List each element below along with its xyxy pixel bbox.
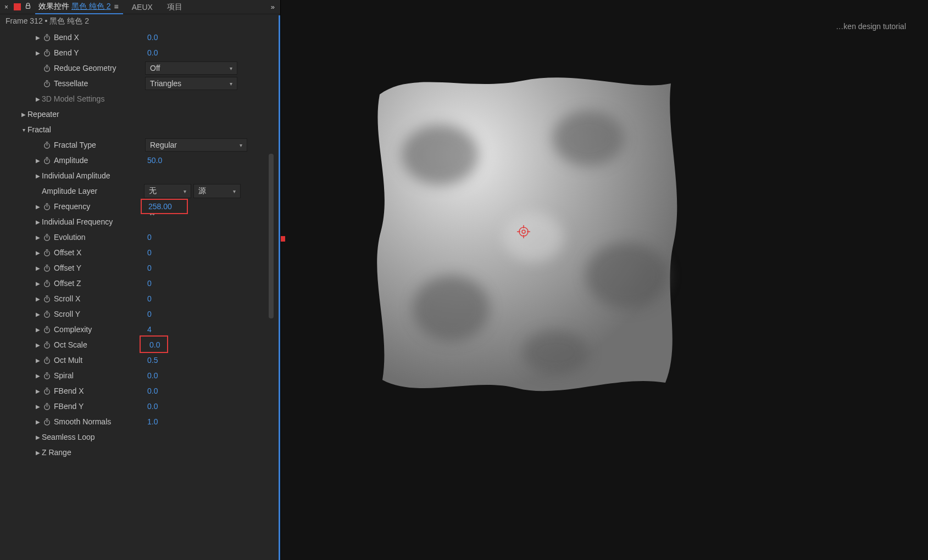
stopwatch-icon[interactable] xyxy=(42,371,52,380)
prop-label: Spiral xyxy=(54,371,145,380)
prop-value[interactable]: 0.5 xyxy=(145,356,158,365)
group-individual-amplitude[interactable]: ▶ Individual Amplitude xyxy=(3,168,280,183)
prop-value[interactable]: 0 xyxy=(145,279,152,288)
expand-caret[interactable]: ▶ xyxy=(34,49,42,57)
expand-caret[interactable]: ▶ xyxy=(34,402,42,410)
amplitude-layer-dropdown-2[interactable]: 源 ▾ xyxy=(193,184,241,198)
tab-effect-controls[interactable]: 效果控件 黑色 纯色 2 ≡ xyxy=(35,0,123,14)
stopwatch-icon[interactable] xyxy=(42,386,52,396)
reduce-geometry-dropdown[interactable]: Off ▾ xyxy=(145,61,237,75)
fractal-type-dropdown[interactable]: Regular ▾ xyxy=(145,138,247,152)
expand-caret[interactable]: ▶ xyxy=(34,449,42,456)
prop-value[interactable]: 0.0 xyxy=(145,387,158,395)
expand-caret[interactable]: ▶ xyxy=(34,233,42,241)
expand-caret[interactable]: ▶ xyxy=(34,387,42,395)
group-label: Fractal xyxy=(27,125,51,134)
prop-value[interactable]: 0 xyxy=(145,264,152,272)
group-repeater[interactable]: ▶ Repeater xyxy=(3,107,280,122)
expand-caret[interactable]: ▶ xyxy=(34,203,42,210)
prop-offset-z: ▶ Offset Z 0 xyxy=(3,276,280,291)
prop-fbend-x: ▶ FBend X 0.0 xyxy=(3,383,280,399)
expand-caret[interactable]: ▶ xyxy=(34,356,42,364)
stopwatch-icon[interactable] xyxy=(42,140,52,150)
expand-caret[interactable]: ▶ xyxy=(34,33,42,41)
stopwatch-icon[interactable] xyxy=(42,355,52,365)
prop-label: Offset Z xyxy=(54,279,145,288)
stopwatch-icon[interactable] xyxy=(42,324,52,334)
prop-evolution: ▶ Evolution 0 xyxy=(3,229,280,245)
group-label: Repeater xyxy=(27,110,59,119)
stopwatch-icon[interactable] xyxy=(42,248,52,257)
tab-overflow-button[interactable]: » xyxy=(268,3,278,11)
prop-value[interactable]: 0.0 xyxy=(145,371,158,380)
expand-caret[interactable]: ▶ xyxy=(34,249,42,256)
expand-caret[interactable]: ▶ xyxy=(34,218,42,226)
prop-value[interactable]: 0.0 xyxy=(145,402,158,411)
prop-spiral: ▶ Spiral 0.0 xyxy=(3,368,280,383)
expand-caret[interactable]: ▶ xyxy=(34,264,42,272)
expand-caret[interactable]: ▶ xyxy=(34,372,42,379)
group-individual-frequency[interactable]: ▶ Individual Frequency xyxy=(3,214,280,229)
lock-icon[interactable] xyxy=(24,2,32,12)
tab-layer-link[interactable]: 黑色 纯色 2 xyxy=(71,2,111,12)
collapse-caret[interactable]: ▾ xyxy=(20,126,27,133)
stopwatch-icon[interactable] xyxy=(42,417,52,427)
viewport-title: …ken design tutorial xyxy=(830,0,906,31)
prop-amplitude: ▶ Amplitude 50.0 xyxy=(3,153,280,168)
expand-caret[interactable]: ▶ xyxy=(34,418,42,425)
expand-caret[interactable]: ▶ xyxy=(20,110,27,118)
prop-value[interactable]: 4 xyxy=(145,325,152,334)
composition-viewport[interactable]: …ken design tutorial xyxy=(280,0,928,560)
tab-close-button[interactable]: × xyxy=(2,3,10,11)
oct-scale-value[interactable]: 0.0 xyxy=(145,339,164,351)
expand-caret[interactable]: ▶ xyxy=(34,295,42,303)
expand-caret[interactable]: ▶ xyxy=(34,95,42,103)
stopwatch-icon[interactable] xyxy=(42,263,52,273)
stopwatch-icon[interactable] xyxy=(42,32,52,42)
expand-caret[interactable]: ▶ xyxy=(34,433,42,441)
stopwatch-icon[interactable] xyxy=(42,294,52,304)
prop-label: Frequency xyxy=(54,202,145,211)
stopwatch-icon[interactable] xyxy=(42,48,52,58)
tab-project[interactable]: 项目 xyxy=(162,1,188,14)
stopwatch-icon[interactable] xyxy=(42,309,52,319)
tessellate-dropdown[interactable]: Triangles ▾ xyxy=(145,77,237,90)
expand-caret[interactable]: ▶ xyxy=(34,172,42,180)
stopwatch-icon[interactable] xyxy=(42,79,52,88)
group-fractal[interactable]: ▾ Fractal xyxy=(3,122,280,137)
stopwatch-icon[interactable] xyxy=(42,232,52,242)
prop-value[interactable]: 0 xyxy=(145,294,152,303)
prop-value[interactable]: 0 xyxy=(145,248,152,257)
stopwatch-icon[interactable] xyxy=(42,401,52,411)
amplitude-layer-dropdown-1[interactable]: 无 ▾ xyxy=(144,184,191,198)
stopwatch-icon[interactable] xyxy=(42,155,52,165)
prop-label: Smooth Normals xyxy=(54,417,145,426)
breadcrumb: Frame 312 • 黑色 纯色 2 xyxy=(0,14,280,30)
expand-caret[interactable]: ▶ xyxy=(34,341,42,349)
expand-caret[interactable]: ▶ xyxy=(34,156,42,164)
prop-value[interactable]: 50.0 xyxy=(145,156,162,165)
stopwatch-icon[interactable] xyxy=(42,340,52,350)
expand-caret[interactable]: ▶ xyxy=(34,326,42,333)
scrub-cursor-icon: ↔ xyxy=(148,210,155,219)
group-z-range[interactable]: ▶ Z Range xyxy=(3,445,280,460)
tab-menu-icon[interactable]: ≡ xyxy=(113,2,120,11)
stopwatch-icon[interactable] xyxy=(42,201,52,211)
expand-caret[interactable]: ▶ xyxy=(34,279,42,287)
group-3d-model-settings[interactable]: ▶ 3D Model Settings xyxy=(3,91,280,107)
tab-aeux[interactable]: AEUX xyxy=(126,1,158,13)
expand-caret[interactable]: ▶ xyxy=(34,310,42,318)
scrollbar-thumb[interactable] xyxy=(269,154,274,318)
prop-value[interactable]: 0 xyxy=(145,233,152,242)
group-seamless-loop[interactable]: ▶ Seamless Loop xyxy=(3,429,280,445)
panel-resize-handle[interactable] xyxy=(281,236,285,242)
prop-value[interactable]: 1.0 xyxy=(145,417,158,426)
chevron-down-icon: ▾ xyxy=(184,188,186,194)
property-list: ▶ Bend X 0.0 ▶ Bend Y 0.0 ▶ Reduce Geome… xyxy=(0,30,280,560)
prop-value[interactable]: 0.0 xyxy=(145,33,158,42)
prop-value[interactable]: 0.0 xyxy=(145,48,158,57)
stopwatch-icon[interactable] xyxy=(42,278,52,288)
svg-point-26 xyxy=(523,331,588,374)
prop-value[interactable]: 0 xyxy=(145,310,152,318)
stopwatch-icon[interactable] xyxy=(42,63,52,73)
